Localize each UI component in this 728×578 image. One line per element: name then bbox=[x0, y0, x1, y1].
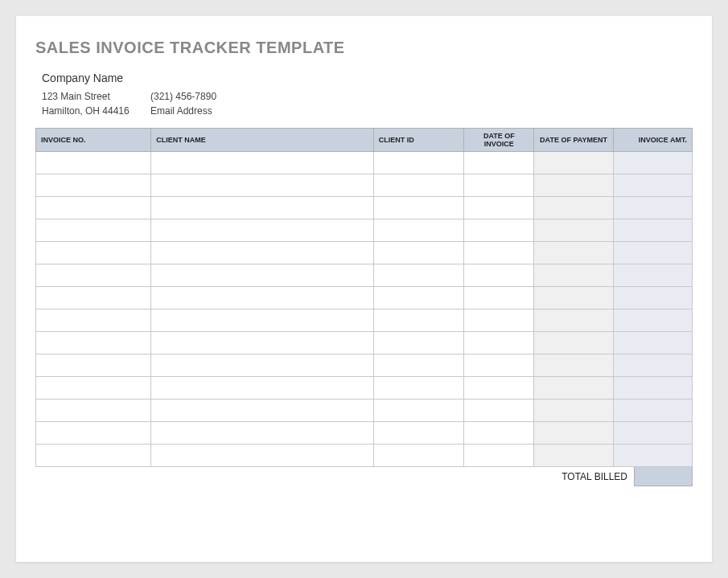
cell-client-id[interactable] bbox=[373, 422, 464, 445]
table-row bbox=[36, 174, 693, 197]
cell-date-invoice[interactable] bbox=[464, 355, 534, 377]
total-billed-value bbox=[634, 467, 693, 486]
cell-amount[interactable] bbox=[613, 309, 692, 332]
cell-amount[interactable] bbox=[613, 400, 692, 422]
cell-date-payment[interactable] bbox=[534, 264, 613, 287]
cell-amount[interactable] bbox=[613, 264, 692, 287]
cell-invoice-no[interactable] bbox=[36, 422, 151, 445]
cell-invoice-no[interactable] bbox=[36, 332, 151, 355]
cell-client-id[interactable] bbox=[373, 400, 464, 422]
cell-date-payment[interactable] bbox=[534, 287, 613, 309]
cell-date-invoice[interactable] bbox=[464, 152, 534, 174]
cell-client-id[interactable] bbox=[373, 445, 464, 467]
cell-client-id[interactable] bbox=[373, 377, 464, 400]
cell-invoice-no[interactable] bbox=[36, 377, 151, 400]
cell-amount[interactable] bbox=[613, 174, 692, 197]
cell-client-name[interactable] bbox=[151, 264, 373, 287]
cell-amount[interactable] bbox=[613, 242, 692, 264]
cell-date-invoice[interactable] bbox=[464, 174, 534, 197]
cell-invoice-no[interactable] bbox=[36, 445, 151, 467]
cell-client-name[interactable] bbox=[151, 152, 373, 174]
cell-date-payment[interactable] bbox=[534, 377, 613, 400]
cell-client-name[interactable] bbox=[151, 174, 373, 197]
cell-date-invoice[interactable] bbox=[464, 445, 534, 467]
cell-invoice-no[interactable] bbox=[36, 152, 151, 174]
table-row bbox=[36, 355, 693, 377]
company-info-row-1: 123 Main Street (321) 456-7890 bbox=[42, 91, 693, 102]
cell-amount[interactable] bbox=[613, 287, 692, 309]
cell-amount[interactable] bbox=[613, 377, 692, 400]
cell-client-id[interactable] bbox=[373, 332, 464, 355]
cell-date-payment[interactable] bbox=[534, 219, 613, 242]
cell-date-payment[interactable] bbox=[534, 242, 613, 264]
cell-date-payment[interactable] bbox=[534, 332, 613, 355]
cell-date-payment[interactable] bbox=[534, 309, 613, 332]
cell-client-id[interactable] bbox=[373, 197, 464, 219]
cell-amount[interactable] bbox=[613, 355, 692, 377]
cell-date-payment[interactable] bbox=[534, 174, 613, 197]
cell-date-payment[interactable] bbox=[534, 422, 613, 445]
company-info-row-2: Hamilton, OH 44416 Email Address bbox=[42, 105, 693, 117]
company-name: Company Name bbox=[42, 72, 693, 84]
cell-date-payment[interactable] bbox=[534, 445, 613, 467]
cell-client-name[interactable] bbox=[151, 242, 373, 264]
cell-date-payment[interactable] bbox=[534, 355, 613, 377]
total-row: TOTAL BILLED bbox=[35, 467, 693, 486]
cell-invoice-no[interactable] bbox=[36, 287, 151, 309]
cell-date-invoice[interactable] bbox=[464, 332, 534, 355]
cell-client-id[interactable] bbox=[373, 152, 464, 174]
cell-date-invoice[interactable] bbox=[464, 219, 534, 242]
table-row bbox=[36, 400, 693, 422]
cell-client-name[interactable] bbox=[151, 355, 373, 377]
cell-date-invoice[interactable] bbox=[464, 422, 534, 445]
cell-client-id[interactable] bbox=[373, 174, 464, 197]
cell-client-id[interactable] bbox=[373, 242, 464, 264]
cell-date-invoice[interactable] bbox=[464, 400, 534, 422]
cell-amount[interactable] bbox=[613, 152, 692, 174]
cell-client-id[interactable] bbox=[373, 264, 464, 287]
cell-invoice-no[interactable] bbox=[36, 197, 151, 219]
cell-date-payment[interactable] bbox=[534, 400, 613, 422]
cell-date-invoice[interactable] bbox=[464, 264, 534, 287]
header-amount: INVOICE AMT. bbox=[613, 129, 692, 152]
cell-client-name[interactable] bbox=[151, 445, 373, 467]
cell-client-name[interactable] bbox=[151, 422, 373, 445]
cell-client-name[interactable] bbox=[151, 219, 373, 242]
cell-client-name[interactable] bbox=[151, 377, 373, 400]
cell-client-id[interactable] bbox=[373, 309, 464, 332]
cell-invoice-no[interactable] bbox=[36, 355, 151, 377]
table-row bbox=[36, 197, 693, 219]
cell-amount[interactable] bbox=[613, 332, 692, 355]
cell-invoice-no[interactable] bbox=[36, 400, 151, 422]
cell-date-invoice[interactable] bbox=[464, 377, 534, 400]
cell-client-name[interactable] bbox=[151, 309, 373, 332]
cell-date-invoice[interactable] bbox=[464, 242, 534, 264]
cell-invoice-no[interactable] bbox=[36, 242, 151, 264]
cell-client-name[interactable] bbox=[151, 332, 373, 355]
cell-amount[interactable] bbox=[613, 422, 692, 445]
cell-invoice-no[interactable] bbox=[36, 264, 151, 287]
cell-date-payment[interactable] bbox=[534, 152, 613, 174]
cell-client-name[interactable] bbox=[151, 197, 373, 219]
header-invoice-no: INVOICE NO. bbox=[36, 129, 151, 152]
cell-invoice-no[interactable] bbox=[36, 309, 151, 332]
cell-date-invoice[interactable] bbox=[464, 287, 534, 309]
cell-invoice-no[interactable] bbox=[36, 174, 151, 197]
cell-invoice-no[interactable] bbox=[36, 219, 151, 242]
cell-client-name[interactable] bbox=[151, 400, 373, 422]
header-date-invoice: DATE OF INVOICE bbox=[464, 129, 534, 152]
cell-date-invoice[interactable] bbox=[464, 197, 534, 219]
cell-client-id[interactable] bbox=[373, 287, 464, 309]
table-row bbox=[36, 332, 693, 355]
cell-client-id[interactable] bbox=[373, 355, 464, 377]
cell-amount[interactable] bbox=[613, 445, 692, 467]
cell-amount[interactable] bbox=[613, 197, 692, 219]
cell-client-id[interactable] bbox=[373, 219, 464, 242]
cell-amount[interactable] bbox=[613, 219, 692, 242]
invoice-tbody bbox=[36, 152, 693, 467]
table-row bbox=[36, 445, 693, 467]
invoice-tracker-page: SALES INVOICE TRACKER TEMPLATE Company N… bbox=[16, 16, 712, 562]
cell-date-invoice[interactable] bbox=[464, 309, 534, 332]
cell-client-name[interactable] bbox=[151, 287, 373, 309]
cell-date-payment[interactable] bbox=[534, 197, 613, 219]
